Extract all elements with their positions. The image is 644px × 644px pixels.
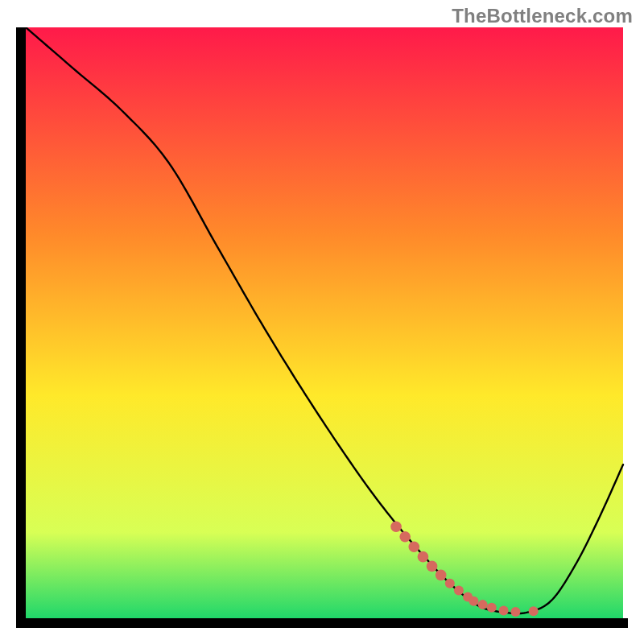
gradient-background: [21, 27, 623, 621]
watermark-text: TheBottleneck.com: [452, 5, 633, 27]
highlight-dot: [436, 570, 447, 581]
highlight-dot: [390, 521, 402, 532]
highlight-dot: [529, 606, 539, 616]
highlight-dot: [510, 607, 520, 617]
highlight-dot: [487, 603, 497, 613]
chart-svg: [16, 27, 628, 628]
highlight-dot: [499, 605, 509, 615]
highlight-dot: [409, 541, 420, 552]
chart-stage: TheBottleneck.com: [0, 0, 644, 644]
highlight-dot: [418, 551, 429, 563]
highlight-dot: [454, 586, 464, 596]
highlight-dot: [445, 579, 455, 588]
chart-plot-area: [16, 27, 628, 628]
highlight-dot: [399, 531, 411, 543]
highlight-dot: [478, 600, 488, 609]
highlight-dot: [469, 597, 479, 606]
highlight-dot: [427, 561, 438, 572]
